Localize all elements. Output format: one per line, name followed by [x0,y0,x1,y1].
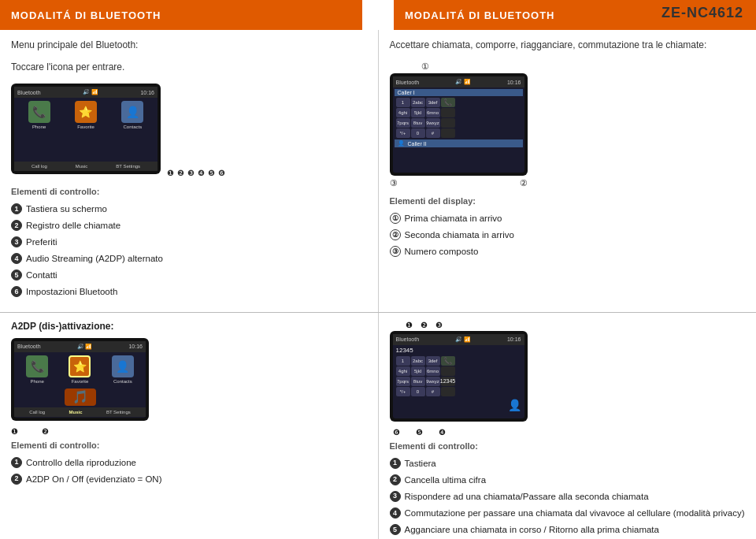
a2dp-right-item-3-text: Rispondere ad una chiamata/Passare alla … [405,490,649,503]
a2dp-item-2-text: A2DP On / Off (evidenziato = ON) [26,473,161,485]
display-item-1-text: Prima chiamata in arrivo [405,212,502,225]
device-bottombar: Call log Music BT Settings [14,162,158,171]
a2dp-device-area: Bluetooth 🔊 📶 10:16 📞 Phone ⭐ [11,338,367,421]
a2dp-device-mockup: Bluetooth 🔊 📶 10:16 📞 Phone ⭐ [11,338,149,421]
elementi-controllo-left-title: Elementi di controllo: [11,187,367,196]
a2dp-right-item-2: 2 Cancella ultima cifra [390,474,746,486]
item-2-text: Registro delle chiamate [26,219,120,232]
header: MODALITÁ DI BLUETOOTH MODALITÁ DI BLUETO… [0,0,756,30]
display-item-3: ③ Numero composto [390,245,746,258]
a2dp-right-item-2-text: Cancella ultima cifra [405,474,487,486]
right-column: Accettare chiamata, comporre, riaggancia… [379,30,757,312]
device-screen-left: Bluetooth 🔊 📶 10:16 📞 Phone ⭐ [14,87,158,171]
a2dp-right-item-1-text: Tastiera [405,457,436,470]
a2dp-item-2: 2 A2DP On / Off (evidenziato = ON) [11,473,367,485]
item-3: 3 Preferiti [11,236,367,248]
a2dp-title: A2DP (dis-)attivazione: [11,321,367,332]
elementi-display-list: ① Prima chiamata in arrivo ② Seconda chi… [390,212,746,258]
a2dp-elementi-title: Elementi di controllo: [11,440,367,450]
a2dp-left: A2DP (dis-)attivazione: Bluetooth 🔊 📶 10… [0,313,379,539]
caller-device-area: ① Bluetooth 🔊 📶 10:16 Caller I [390,61,746,188]
item-5: 5 Contatti [11,269,367,281]
device-icons-row: 📞 Phone ⭐ Favorite 👤 Contacts [14,98,158,162]
a2dp-right-item-4-text: Commutazione per passare una chiamata da… [405,507,745,519]
top-two-col: Menu principale del Bluetooth: Toccare l… [0,30,756,312]
a2dp-list-left: 1 Controllo della riproduzione 2 A2DP On… [11,456,367,485]
header-right-title: MODALITÁ DI BLUETOOTH [405,9,554,21]
display-item-1: ① Prima chiamata in arrivo [390,212,746,225]
page-wrapper: MODALITÁ DI BLUETOOTH MODALITÁ DI BLUETO… [0,0,756,539]
a2dp-right-elementi-title: Elementi di controllo: [390,441,746,451]
a2dp-right-device-mockup: Bluetooth 🔊 📶 10:16 12345 1 2abc 3def 📞 [390,331,528,422]
header-left-title: MODALITÁ DI BLUETOOTH [11,9,161,21]
display-item-2-text: Seconda chiamata in arrivo [405,229,514,241]
a2dp-num-labels: ❶ ❷ [11,427,367,436]
a2dp-section: A2DP (dis-)attivazione: Bluetooth 🔊 📶 10… [0,312,756,539]
item-1: 1 Tastiera su schermo [11,203,367,215]
left-intro: Menu principale del Bluetooth: [11,39,367,50]
a2dp-right-device-area: Bluetooth 🔊 📶 10:16 12345 1 2abc 3def 📞 [390,331,746,422]
toccare-text: Toccare l'icona per entrare. [11,61,367,72]
a2dp-right-item-4: 4 Commutazione per passare una chiamata … [390,507,746,519]
a2dp-right-item-5-text: Agganciare una chiamata in corso / Ritor… [405,523,659,536]
display-item-2: ② Seconda chiamata in arrivo [390,229,746,241]
elementi-display-title: Elementi del display: [390,196,746,206]
a2dp-right-item-5: 5 Agganciare una chiamata in corso / Rit… [390,523,746,536]
a2dp-right-item-1: 1 Tastiera [390,457,746,470]
left-column: Menu principale del Bluetooth: Toccare l… [0,30,379,312]
header-left: MODALITÁ DI BLUETOOTH [0,0,362,30]
item-6: 6 Impostazioni Bluetooth [11,285,367,298]
device-icon-contacts: 👤 Contacts [118,101,146,158]
right-intro: Accettare chiamata, comporre, riaggancia… [390,39,746,50]
a2dp-right-item-3: 3 Rispondere ad una chiamata/Passare all… [390,490,746,503]
caller-device-mockup: Bluetooth 🔊 📶 10:16 Caller I 1 2abc 3def [390,73,528,176]
device-num-labels: ❶ ❷ ❸ ❹ ❺ ❻ [167,169,225,177]
elementi-list-left: 1 Tastiera su schermo 2 Registro delle c… [11,203,367,299]
item-2: 2 Registro delle chiamate [11,219,367,232]
item-1-text: Tastiera su schermo [26,203,107,215]
brand-name: ZE-NC4612 [662,5,743,21]
a2dp-item-1-text: Controllo della riproduzione [26,456,136,469]
item-6-text: Impostazioni Bluetooth [26,285,117,298]
a2dp-list-right: 1 Tastiera 2 Cancella ultima cifra 3 Ris… [390,457,746,539]
item-5-text: Contatti [26,269,57,281]
device-topbar-time: 10:16 [140,90,154,95]
device-topbar-left: Bluetooth 🔊 📶 10:16 [14,87,158,98]
a2dp-right: ❶ ❷ ❸ Bluetooth 🔊 📶 10:16 12345 [379,313,757,539]
display-item-3-text: Numero composto [405,245,479,258]
item-3-text: Preferiti [26,236,57,248]
device-topbar-label: Bluetooth [17,90,41,95]
item-4-text: Audio Streaming (A2DP) alternato [26,252,163,265]
a2dp-item-1: 1 Controllo della riproduzione [11,456,367,469]
device-icon-favorite: ⭐ Favorite [72,101,100,158]
device-mockup-left: Bluetooth 🔊 📶 10:16 📞 Phone ⭐ [11,84,161,174]
item-4: 4 Audio Streaming (A2DP) alternato [11,252,367,265]
device-icon-phone: 📞 Phone [25,101,54,158]
